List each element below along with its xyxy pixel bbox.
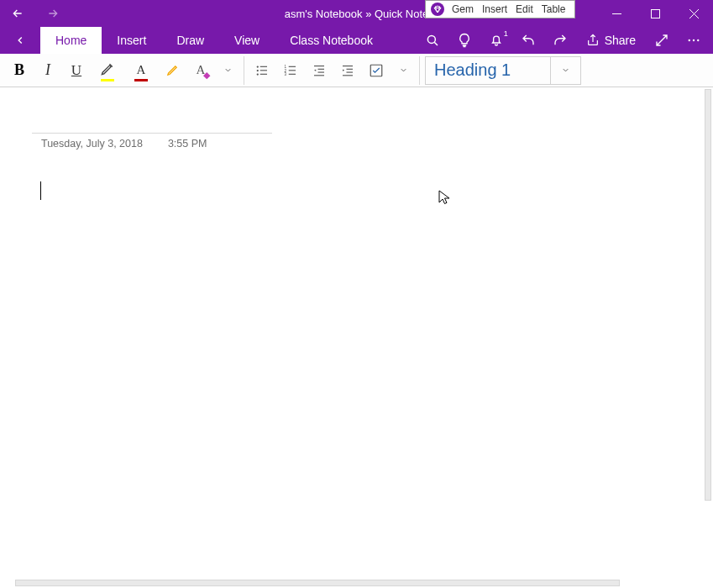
- minimize-button[interactable]: [597, 0, 636, 27]
- ribbon-home: B I U A A◆ 123 Heading 1: [0, 54, 713, 87]
- tab-class-notebook[interactable]: Class Notebook: [275, 27, 388, 54]
- indent-button[interactable]: [333, 54, 362, 87]
- close-button[interactable]: [674, 0, 713, 27]
- tab-draw[interactable]: Draw: [161, 27, 219, 54]
- svg-rect-19: [318, 71, 325, 72]
- nav-pane-toggle[interactable]: [0, 27, 40, 54]
- gem-addon-menu: Gem Insert Edit Table: [425, 0, 575, 18]
- svg-rect-16: [289, 73, 296, 74]
- right-tool-group: 1 Share: [418, 27, 713, 54]
- window-controls: [597, 0, 713, 27]
- tab-insert[interactable]: Insert: [102, 27, 161, 54]
- gem-menu-gem[interactable]: Gem: [448, 2, 478, 17]
- page-time: 3:55 PM: [168, 138, 207, 150]
- tab-home[interactable]: Home: [40, 27, 102, 54]
- svg-point-5: [257, 66, 259, 67]
- ribbon-tab-bar: Home Insert Draw View Class Notebook 1 S…: [0, 27, 713, 54]
- svg-point-1: [427, 35, 435, 43]
- search-button[interactable]: [418, 27, 447, 54]
- outdent-button[interactable]: [305, 54, 333, 87]
- bullet-list-button[interactable]: [248, 54, 276, 87]
- svg-point-7: [257, 73, 259, 75]
- paragraph-more-dropdown[interactable]: [391, 66, 416, 75]
- svg-rect-9: [260, 70, 267, 71]
- undo-button[interactable]: [514, 27, 543, 54]
- text-cursor: [40, 181, 41, 200]
- svg-point-6: [257, 69, 259, 71]
- horizontal-scrollbar[interactable]: [15, 580, 620, 586]
- tell-me-button[interactable]: [450, 27, 479, 54]
- gem-menu-insert[interactable]: Insert: [478, 2, 511, 17]
- svg-rect-21: [343, 66, 353, 66]
- maximize-button[interactable]: [636, 0, 674, 27]
- font-color-button[interactable]: A: [124, 54, 158, 87]
- vertical-scrollbar[interactable]: [705, 89, 711, 501]
- svg-rect-8: [260, 66, 267, 66]
- numbered-list-button[interactable]: 123: [276, 54, 305, 87]
- notifications-button[interactable]: 1: [482, 27, 511, 54]
- svg-rect-14: [289, 66, 296, 66]
- gem-menu-table[interactable]: Table: [537, 2, 570, 17]
- page-header: Tuesday, July 3, 2018 3:55 PM: [32, 133, 272, 150]
- svg-point-4: [697, 39, 699, 41]
- highlight-button[interactable]: [91, 54, 124, 87]
- underline-button[interactable]: U: [62, 54, 91, 87]
- gem-icon: [431, 3, 444, 16]
- style-selector[interactable]: Heading 1: [425, 56, 551, 85]
- share-button[interactable]: Share: [578, 27, 644, 54]
- page-canvas[interactable]: Tuesday, July 3, 2018 3:55 PM: [0, 87, 713, 588]
- share-label: Share: [605, 34, 636, 47]
- svg-rect-15: [289, 70, 296, 71]
- fullscreen-button[interactable]: [647, 27, 676, 54]
- nav-forward-button[interactable]: [35, 0, 71, 27]
- window-title: asm's Notebook » Quick Note: [285, 8, 429, 20]
- svg-rect-0: [651, 9, 659, 18]
- svg-rect-18: [318, 68, 325, 69]
- tab-view[interactable]: View: [219, 27, 275, 54]
- mouse-cursor-icon: [438, 190, 452, 207]
- todo-tag-button[interactable]: [362, 54, 391, 87]
- svg-rect-17: [314, 66, 324, 66]
- notification-badge: 1: [504, 29, 508, 38]
- svg-rect-24: [343, 75, 353, 76]
- svg-rect-20: [314, 75, 324, 76]
- bold-button[interactable]: B: [5, 54, 34, 87]
- svg-point-3: [693, 39, 695, 41]
- page-date: Tuesday, July 3, 2018: [41, 138, 143, 150]
- gem-menu-edit[interactable]: Edit: [511, 2, 537, 17]
- title-bar: asm's Notebook » Quick Note: [0, 0, 713, 27]
- italic-button[interactable]: I: [34, 54, 62, 87]
- svg-text:3: 3: [285, 72, 287, 76]
- svg-point-2: [689, 39, 690, 41]
- nav-back-button[interactable]: [0, 0, 35, 27]
- svg-rect-23: [347, 71, 354, 72]
- font-more-dropdown[interactable]: [215, 66, 240, 75]
- format-painter-button[interactable]: [158, 54, 186, 87]
- redo-button[interactable]: [546, 27, 574, 54]
- more-button[interactable]: [679, 27, 708, 54]
- svg-rect-22: [347, 68, 354, 69]
- svg-rect-10: [260, 73, 267, 74]
- style-selector-dropdown[interactable]: [551, 56, 581, 85]
- clear-formatting-button[interactable]: A◆: [186, 54, 215, 87]
